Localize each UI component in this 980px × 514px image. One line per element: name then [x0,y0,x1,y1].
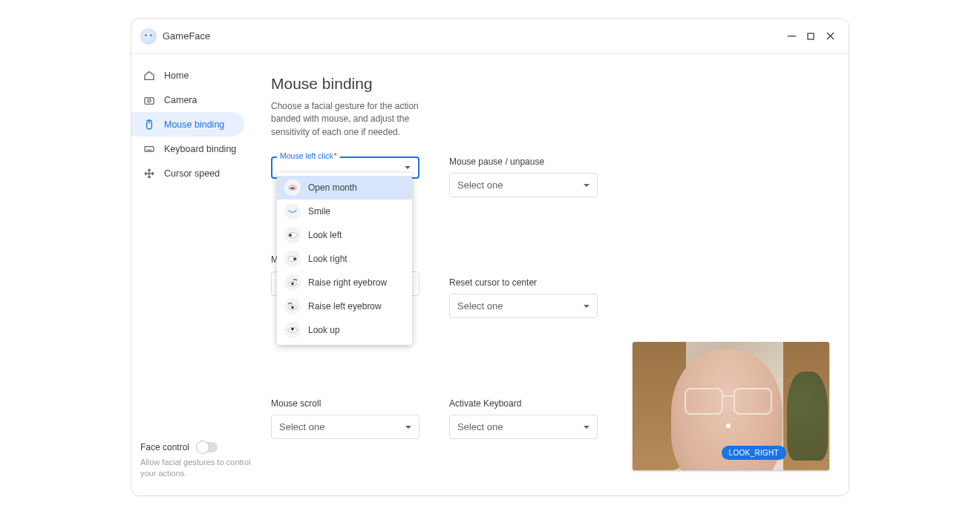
sidebar-item-label: Camera [164,95,197,105]
gesture-badge: LOOK_RIGHT [722,446,786,460]
field-activate-keyboard: Activate Keyboard Select one [449,398,598,439]
sidebar-item-mouse-binding[interactable]: Mouse binding [131,112,244,136]
mouse-left-click-label: Mouse left click* [277,151,340,160]
dropdown-option-look-right[interactable]: Look right [277,247,412,271]
dropdown-option-raise-left-eyebrow[interactable]: Raise left eyebrow [277,294,412,318]
look-up-icon [284,322,301,338]
chevron-down-icon [405,426,411,429]
dropdown-option-label: Open month [308,182,357,193]
dropdown-option-label: Look up [308,325,340,335]
chevron-down-icon [405,166,411,169]
raise-left-eyebrow-icon [284,298,301,314]
camera-preview: LOOK_RIGHT [633,342,829,470]
dropdown-option-label: Look right [308,254,347,264]
page-description: Choose a facial gesture for the action b… [271,100,442,139]
chevron-down-icon [584,184,589,187]
app-window: GameFace Home Camera [131,18,849,496]
dropdown-option-look-left[interactable]: Look left [277,223,412,247]
page-title: Mouse binding [271,75,831,93]
gesture-dropdown: Open month Smile Look left Look rig [277,173,412,345]
dropdown-option-look-up[interactable]: Look up [277,318,412,342]
app-logo-icon [140,28,157,45]
svg-point-17 [291,306,293,309]
mouse-pause-select[interactable]: Select one [449,173,598,197]
sidebar-item-label: Cursor speed [164,168,220,179]
cursor-dot-icon [726,424,731,428]
dropdown-option-open-mouth[interactable]: Open month [277,176,412,200]
field-mouse-scroll: Mouse scroll Select one [271,398,419,439]
field-mouse-pause: Mouse pause / unpause Select one [449,156,598,197]
sidebar-item-label: Mouse binding [164,119,224,130]
sidebar-item-cursor-speed[interactable]: Cursor speed [131,161,244,185]
chevron-down-icon [584,426,589,429]
svg-point-11 [289,234,292,237]
app-title: GameFace [163,30,210,42]
svg-point-3 [148,99,151,102]
dropdown-option-label: Look left [308,230,342,240]
face-control-description: Allow facial gestures to control your ac… [140,457,252,479]
activate-keyboard-label: Activate Keyboard [449,398,598,409]
mouse-pause-label: Mouse pause / unpause [449,156,598,167]
mouse-scroll-select[interactable]: Select one [271,415,419,439]
svg-rect-0 [788,36,796,36]
mouse-scroll-label: Mouse scroll [271,398,419,409]
glasses-icon [685,388,772,415]
reset-cursor-label: Reset cursor to center [449,277,598,288]
activate-keyboard-select[interactable]: Select one [449,415,598,439]
dropdown-option-label: Raise left eyebrow [308,301,382,312]
dropdown-option-label: Smile [308,206,330,217]
sidebar-item-camera[interactable]: Camera [131,88,244,112]
face-control-label: Face control [140,442,189,452]
dropdown-option-raise-right-eyebrow[interactable]: Raise right eyebrow [277,271,412,294]
reset-cursor-select[interactable]: Select one [449,294,598,318]
dropdown-option-smile[interactable]: Smile [277,200,412,223]
home-icon [143,70,155,82]
titlebar: GameFace [131,19,849,54]
smile-icon [284,203,301,220]
svg-point-9 [290,187,295,189]
svg-point-15 [291,283,293,285]
look-left-icon [284,227,301,243]
field-reset-cursor: Reset cursor to center Select one [449,277,598,318]
chevron-down-icon [584,305,589,308]
svg-point-13 [293,257,296,260]
keyboard-icon [143,143,155,155]
move-icon [143,168,155,179]
camera-icon [143,94,155,106]
svg-point-19 [291,328,294,331]
sidebar-item-home[interactable]: Home [131,63,244,88]
sidebar-item-label: Keyboard binding [164,144,236,154]
field-mouse-left-click: Mouse left click* M S Open month [271,156,419,197]
face-control-toggle[interactable] [197,442,218,452]
sidebar: Home Camera Mouse binding Keyboard bindi… [131,54,253,495]
svg-rect-6 [145,146,154,151]
close-button[interactable] [820,27,840,46]
sidebar-item-keyboard-binding[interactable]: Keyboard binding [131,136,244,161]
sidebar-footer: Face control Allow facial gestures to co… [140,442,252,479]
svg-rect-1 [808,33,814,39]
maximize-button[interactable] [801,27,820,46]
raise-right-eyebrow-icon [284,274,301,291]
dropdown-option-label: Raise right eyebrow [308,277,387,288]
sidebar-item-label: Home [164,70,189,81]
look-right-icon [284,251,301,267]
minimize-button[interactable] [782,27,801,46]
open-mouth-icon [284,179,301,196]
mouse-icon [143,119,155,131]
svg-rect-2 [145,97,154,104]
